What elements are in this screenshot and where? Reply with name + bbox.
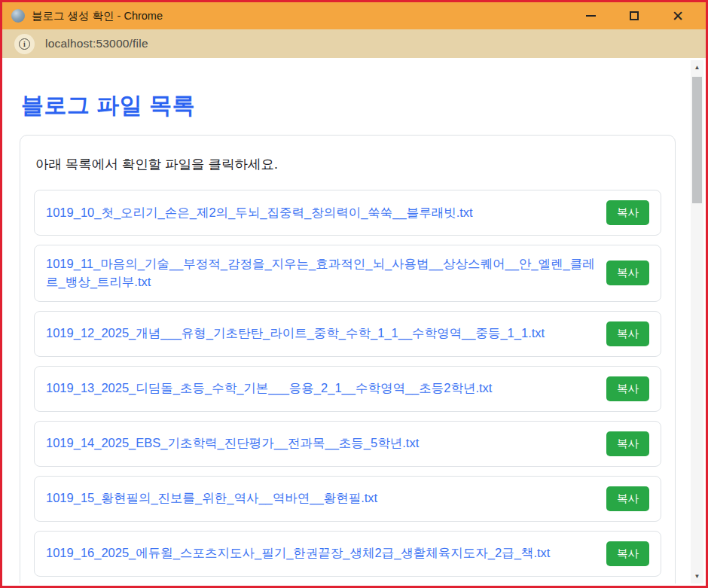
maximize-button[interactable]	[617, 5, 652, 27]
page-content: 블로그 파일 목록 아래 목록에서 확인할 파일을 클릭하세요. 1019_10…	[5, 60, 691, 583]
file-row: 1019_16_2025_에듀윌_스포츠지도사_필기_한권끝장_생체2급_생활체…	[34, 531, 661, 577]
window-title: 블로그 생성 확인 - Chrome	[32, 9, 163, 23]
copy-button[interactable]: 복사	[606, 486, 649, 511]
instruction-text: 아래 목록에서 확인할 파일을 클릭하세요.	[35, 155, 661, 173]
window-titlebar: 블로그 생성 확인 - Chrome ✕	[2, 2, 706, 29]
file-link[interactable]: 1019_13_2025_디딤돌_초등_수학_기본___응용_2_1__수학영역…	[46, 379, 492, 398]
page-info-button[interactable]: i	[14, 34, 35, 54]
minimize-button[interactable]	[573, 5, 608, 27]
minimize-icon	[586, 15, 596, 17]
copy-button[interactable]: 복사	[606, 431, 649, 456]
file-row: 1019_11_마음의_기술__부정적_감정을_지우는_효과적인_뇌_사용법__…	[34, 245, 661, 302]
file-row: 1019_10_첫_오리기_손은_제2의_두뇌_집중력_창의력이_쑥쑥__블루래…	[34, 190, 661, 236]
file-link[interactable]: 1019_14_2025_EBS_기초학력_진단평가__전과목__초등_5학년.…	[46, 434, 419, 452]
address-bar: i localhost:53000/file	[2, 29, 706, 58]
copy-button[interactable]: 복사	[606, 321, 649, 346]
file-row: 1019_13_2025_디딤돌_초등_수학_기본___응용_2_1__수학영역…	[34, 366, 661, 412]
copy-button[interactable]: 복사	[606, 541, 649, 566]
close-button[interactable]: ✕	[661, 5, 695, 27]
scrollbar-thumb[interactable]	[692, 77, 702, 203]
file-link[interactable]: 1019_16_2025_에듀윌_스포츠지도사_필기_한권끝장_생체2급_생활체…	[46, 544, 550, 562]
file-row: 1019_14_2025_EBS_기초학력_진단평가__전과목__초등_5학년.…	[34, 421, 661, 467]
browser-window: 블로그 생성 확인 - Chrome ✕ i localhost:53000/f…	[0, 0, 708, 588]
file-link[interactable]: 1019_11_마음의_기술__부정적_감정을_지우는_효과적인_뇌_사용법__…	[46, 255, 596, 291]
copy-button[interactable]: 복사	[606, 200, 649, 225]
file-row: 1019_12_2025_개념___유형_기초탄탄_라이트_중학_수학_1_1_…	[34, 311, 661, 357]
copy-button[interactable]: 복사	[606, 260, 649, 285]
maximize-icon	[630, 11, 639, 20]
file-link[interactable]: 1019_12_2025_개념___유형_기초탄탄_라이트_중학_수학_1_1_…	[46, 324, 545, 343]
copy-button[interactable]: 복사	[606, 376, 649, 401]
file-link[interactable]: 1019_15_황현필의_진보를_위한_역사__역바연__황현필.txt	[46, 489, 377, 507]
close-icon: ✕	[672, 9, 684, 23]
page-title: 블로그 파일 목록	[21, 90, 676, 121]
file-row: 1019_15_황현필의_진보를_위한_역사__역바연__황현필.txt 복사	[34, 476, 661, 522]
vertical-scrollbar[interactable]: ▲ ▼	[691, 60, 703, 583]
window-controls: ✕	[564, 5, 695, 27]
url-text[interactable]: localhost:53000/file	[45, 37, 148, 50]
info-icon: i	[19, 38, 30, 50]
site-favicon-icon	[11, 9, 25, 23]
file-link[interactable]: 1019_10_첫_오리기_손은_제2의_두뇌_집중력_창의력이_쑥쑥__블루래…	[46, 204, 473, 222]
scroll-up-button[interactable]: ▲	[691, 60, 703, 75]
scroll-down-button[interactable]: ▼	[691, 569, 703, 583]
file-list-card: 아래 목록에서 확인할 파일을 클릭하세요. 1019_10_첫_오리기_손은_…	[20, 135, 676, 583]
